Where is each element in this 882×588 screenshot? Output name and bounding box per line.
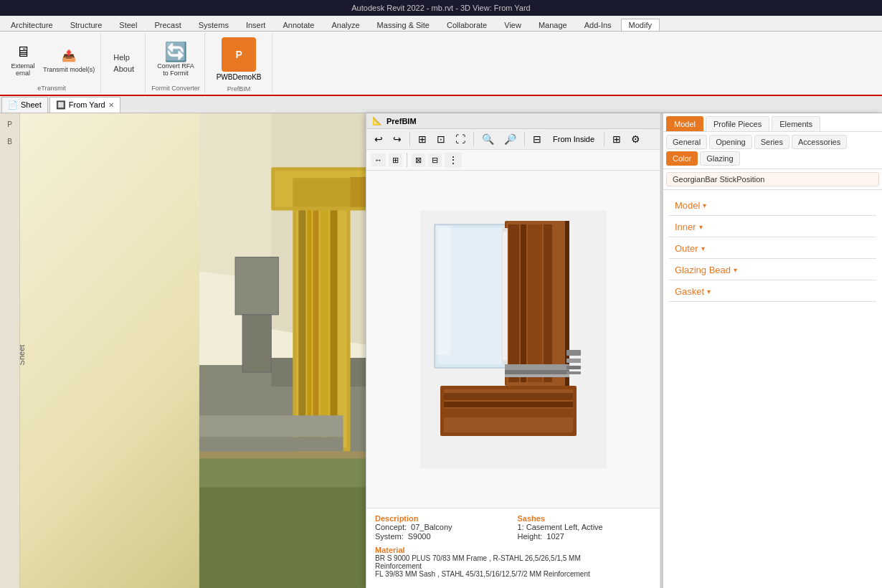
svg-rect-43 <box>505 364 569 370</box>
accordion-glazing-bead-arrow: ▾ <box>734 266 737 274</box>
accordion-gasket-header[interactable]: Gasket ▾ <box>669 282 876 302</box>
tab-steel[interactable]: Steel <box>111 19 145 31</box>
subtab-opening[interactable]: Opening <box>709 135 752 149</box>
etransmit-label: eTransmit <box>37 83 66 92</box>
tab-precast[interactable]: Precast <box>146 19 189 31</box>
external-btn[interactable]: 🖥 Externalernal <box>7 39 39 79</box>
sec-btn-3[interactable]: ⊠ <box>412 153 425 167</box>
description-label: Description <box>375 514 509 523</box>
tab-model[interactable]: Model <box>666 116 703 131</box>
height-row: Height: 1027 <box>518 532 652 541</box>
tab-view[interactable]: View <box>496 19 529 31</box>
tab-structure[interactable]: Structure <box>62 19 110 31</box>
tab-elements[interactable]: Elements <box>772 116 820 131</box>
fullscreen-btn[interactable]: ⛶ <box>452 131 469 147</box>
center-btn[interactable]: ⊡ <box>433 131 449 147</box>
tab-systems[interactable]: Systems <box>191 19 237 31</box>
material-line2: Reinforcement <box>375 562 651 570</box>
system-key: System: <box>375 532 404 541</box>
convert-rfa-btn[interactable]: 🔄 Convert RFAto Formit <box>156 39 196 79</box>
subtab-series[interactable]: Series <box>754 135 789 149</box>
tab-modify[interactable]: Modify <box>621 19 660 31</box>
svg-rect-33 <box>521 224 526 382</box>
ribbon-group-help: Help About <box>103 33 146 93</box>
ribbon-group-prefbim: P PWBDemoKB PrefBIM <box>207 33 272 93</box>
tab-profile-pieces[interactable]: Profile Pieces <box>706 116 769 131</box>
transmit-models-btn[interactable]: 📤 Transmit model(s) <box>42 42 96 75</box>
ribbon-group-etransmit: 🖥 Externalernal 📤 Transmit model(s) eTra… <box>3 33 101 93</box>
description-section: Description Concept: 07_Balcony System: … <box>375 514 509 541</box>
prefbim-btn[interactable]: P PWBDemoKB <box>211 34 267 84</box>
tab-collaborate[interactable]: Collaborate <box>439 19 495 31</box>
formit-label: Formit Converter <box>151 83 200 92</box>
tab-annotate[interactable]: Annotate <box>275 19 322 31</box>
accordion-outer-title: Outer <box>675 243 698 254</box>
accordion-glazing-bead-header[interactable]: Glazing Bead ▾ <box>669 260 876 280</box>
from-inside-btn[interactable]: From Inside <box>548 133 599 146</box>
zoom-out-btn[interactable]: 🔍 <box>478 131 498 147</box>
material-line3: FL 39/83 MM Sash , STAHL 45/31,5/16/12,5… <box>375 570 651 578</box>
sec-btn-2[interactable]: ⊞ <box>389 153 402 167</box>
doc-tab-sheet[interactable]: 📄 Sheet <box>1 97 48 113</box>
sheet-icon: 📄 <box>8 100 18 110</box>
zoom-in-btn[interactable]: 🔎 <box>501 131 520 147</box>
convert-label: Convert RFAto Formit <box>157 63 194 77</box>
doc-tab-fromyard[interactable]: 🔲 From Yard ✕ <box>49 97 120 113</box>
sash1-row: 1: Casement Left, Active <box>518 523 652 531</box>
svg-rect-47 <box>566 359 581 363</box>
accordion-gasket-arrow: ▾ <box>707 288 711 295</box>
about-btn[interactable]: About <box>110 64 137 74</box>
subtab-general[interactable]: General <box>666 135 707 149</box>
etransmit-buttons: 🖥 Externalernal 📤 Transmit model(s) <box>7 34 96 83</box>
accordion-outer-header[interactable]: Outer ▾ <box>669 239 876 259</box>
svg-rect-24 <box>242 315 271 372</box>
panel-header-title: PrefBIM <box>387 117 417 125</box>
tab-analyze[interactable]: Analyze <box>323 19 367 31</box>
panel-header-icon: 📐 <box>372 116 382 125</box>
svg-rect-35 <box>544 224 552 382</box>
sec-btn-1[interactable]: ↔ <box>371 153 386 166</box>
view-btn[interactable]: ⊞ <box>609 131 625 147</box>
svg-rect-10 <box>298 185 305 444</box>
concept-val: 07_Balcony <box>411 523 452 531</box>
fromyard-close-btn[interactable]: ✕ <box>108 101 114 109</box>
tab-insert[interactable]: Insert <box>238 19 274 31</box>
accordion-inner-header[interactable]: Inner ▾ <box>669 217 876 237</box>
svg-rect-26 <box>199 437 343 451</box>
sidebar-btn-1[interactable]: P <box>2 116 18 132</box>
sidebar-btn-2[interactable]: B <box>2 133 18 149</box>
subtab-accessories[interactable]: Accessories <box>792 135 847 149</box>
panel-preview: 📐 PrefBIM ↩ ↪ ⊞ ⊡ ⛶ 🔍 🔎 ⊟ From Inside ⊞ … <box>366 113 660 588</box>
document-tabs: 📄 Sheet 🔲 From Yard ✕ <box>0 96 882 113</box>
undo-btn[interactable]: ↩ <box>371 131 387 147</box>
help-btn[interactable]: Help <box>110 52 133 62</box>
accordion-model-header[interactable]: Model ▾ <box>669 196 876 216</box>
svg-rect-32 <box>508 224 519 382</box>
settings-btn[interactable]: ⚙ <box>627 131 644 147</box>
help-about-group: Help About <box>108 49 140 77</box>
more-btn[interactable]: ⋮ <box>445 152 462 168</box>
prefbim-group-label: PrefBIM <box>227 84 251 93</box>
ribbon-group-formit: 🔄 Convert RFAto Formit Formit Converter <box>147 33 205 93</box>
tab-massing[interactable]: Massing & Site <box>369 19 437 31</box>
subtab-georgianbar[interactable]: GeorgianBar StickPosition <box>666 172 879 186</box>
fit-btn[interactable]: ⊞ <box>414 131 430 147</box>
subtab-color[interactable]: Color <box>666 151 698 166</box>
svg-rect-12 <box>313 185 318 444</box>
subtab-glazing[interactable]: Glazing <box>700 151 739 166</box>
info-grid: Description Concept: 07_Balcony System: … <box>375 514 651 546</box>
grid-btn[interactable]: ⊟ <box>529 131 545 147</box>
tab-architecture[interactable]: Architecture <box>3 19 61 31</box>
height-key: Height: <box>518 532 543 541</box>
tab-manage[interactable]: Manage <box>531 19 575 31</box>
svg-rect-23 <box>235 257 278 315</box>
sec-btn-4[interactable]: ⊟ <box>428 153 442 167</box>
external-label: Externalernal <box>11 63 34 77</box>
props-sub-tabs: General Opening Series Accessories Color… <box>663 132 882 169</box>
main-area: P B <box>0 113 882 588</box>
accordion-model: Model ▾ <box>669 196 876 216</box>
svg-rect-49 <box>566 371 581 374</box>
georgianbar-row: GeorgianBar StickPosition <box>663 169 882 190</box>
redo-btn[interactable]: ↪ <box>389 131 405 147</box>
tab-addins[interactable]: Add-Ins <box>577 19 620 31</box>
